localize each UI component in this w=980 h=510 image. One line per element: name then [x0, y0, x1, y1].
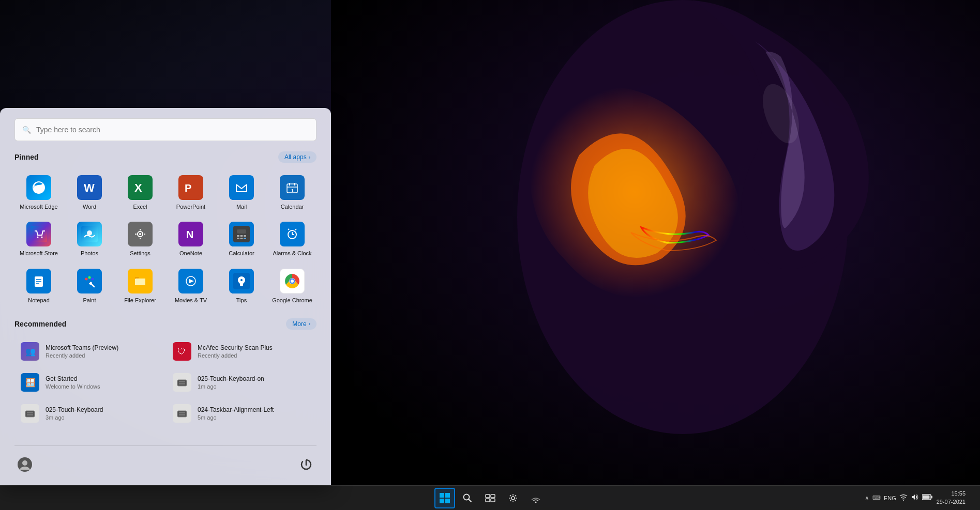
app-item-movies[interactable]: Movies & TV	[167, 264, 215, 308]
app-item-ppt[interactable]: P PowerPoint	[167, 170, 215, 214]
svg-point-17	[37, 237, 39, 238]
app-item-mail[interactable]: Mail	[217, 170, 266, 214]
all-apps-label: All apps	[284, 153, 307, 161]
app-item-explorer[interactable]: File Explorer	[116, 264, 164, 308]
touchkbon-rec-icon	[173, 373, 191, 392]
app-item-chrome[interactable]: Google Chrome	[268, 264, 316, 308]
movies-icon	[178, 269, 203, 293]
svg-text:🛡: 🛡	[177, 347, 186, 356]
paint-icon	[77, 269, 102, 293]
svg-rect-80	[445, 493, 450, 498]
battery-icon	[922, 494, 932, 502]
more-label: More	[292, 320, 306, 328]
taskbar-search-button[interactable]	[457, 488, 478, 508]
app-item-excel[interactable]: X Excel	[116, 170, 164, 214]
app-label-alarms: Alarms & Clock	[273, 250, 311, 257]
recommended-section: Recommended More › 👥 Microsoft Teams (Pr…	[14, 318, 316, 440]
all-apps-button[interactable]: All apps ›	[278, 151, 316, 163]
rec-item-mcafee[interactable]: 🛡 McAfee Security Scan Plus Recently add…	[167, 337, 316, 366]
app-item-store[interactable]: Microsoft Store	[14, 217, 63, 261]
taskbar-network-button[interactable]	[525, 488, 546, 508]
app-item-tips[interactable]: Tips	[217, 264, 266, 308]
calculator-icon	[229, 222, 254, 246]
svg-rect-10	[284, 179, 300, 196]
rec-item-taskbar-align[interactable]: 024-Taskbar-Alignment-Left 5m ago	[167, 399, 316, 428]
recommended-header: Recommended More ›	[14, 318, 316, 330]
start-menu: 🔍 Pinned All apps › Microsoft Edge W Wor…	[0, 108, 331, 485]
svg-point-50	[88, 276, 91, 279]
app-label-store: Microsoft Store	[20, 250, 58, 257]
app-label-edge: Microsoft Edge	[20, 203, 57, 210]
app-item-alarms[interactable]: Alarms & Clock	[268, 217, 316, 261]
svg-rect-88	[491, 499, 495, 502]
app-label-tips: Tips	[236, 297, 247, 304]
rec-item-getstarted[interactable]: 🪟 Get Started Welcome to Windows	[14, 368, 164, 397]
svg-rect-101	[931, 496, 932, 499]
notification-area[interactable]	[970, 496, 974, 500]
app-item-onenote[interactable]: N OneNote	[167, 217, 215, 261]
rec-text-teams: Microsoft Teams (Preview) Recently added	[46, 344, 118, 359]
rec-item-touch-kb-on[interactable]: 025-Touch-Keyboard-on 1m ago	[167, 368, 316, 397]
svg-point-49	[85, 277, 88, 280]
svg-line-84	[469, 499, 471, 502]
svg-point-76	[22, 460, 27, 466]
rec-item-touch-kb[interactable]: 025-Touch-Keyboard 3m ago	[14, 399, 164, 428]
svg-text:1: 1	[291, 188, 294, 193]
language-label: ENG	[884, 495, 896, 501]
svg-rect-33	[244, 235, 246, 237]
start-button[interactable]	[434, 488, 455, 508]
svg-point-22	[139, 233, 141, 235]
getstarted-rec-icon: 🪟	[21, 373, 39, 392]
more-button[interactable]: More ›	[286, 318, 316, 330]
app-item-notepad[interactable]: Notepad	[14, 264, 63, 308]
app-label-ppt: PowerPoint	[176, 203, 205, 210]
svg-rect-16	[31, 226, 47, 242]
wifi-icon	[899, 493, 908, 502]
app-item-paint[interactable]: Paint	[65, 264, 114, 308]
search-input[interactable]	[36, 126, 309, 134]
clock-area[interactable]: 15:55 29-07-2021	[937, 490, 966, 506]
volume-icon[interactable]	[911, 493, 919, 502]
svg-rect-87	[486, 499, 490, 502]
chrome-icon	[280, 269, 305, 293]
notepad-icon	[26, 269, 51, 293]
taskbar-settings-button[interactable]	[503, 488, 523, 508]
svg-rect-34	[237, 238, 239, 239]
mail-icon	[229, 175, 254, 200]
app-label-onenote: OneNote	[179, 250, 202, 257]
search-box[interactable]: 🔍	[14, 118, 316, 141]
app-item-calendar[interactable]: 1 Calendar	[268, 170, 316, 214]
svg-rect-35	[240, 238, 243, 239]
alarms-icon	[280, 222, 305, 246]
onenote-icon: N	[178, 222, 203, 246]
tips-icon	[229, 269, 254, 293]
recommended-label: Recommended	[14, 320, 66, 328]
store-icon	[26, 222, 51, 246]
pinned-apps-grid: Microsoft Edge W Word X Excel P PowerPoi…	[14, 170, 316, 308]
app-item-calculator[interactable]: Calculator	[217, 217, 266, 261]
svg-point-59	[240, 279, 243, 281]
svg-rect-48	[81, 273, 98, 289]
show-hidden-icon[interactable]: ∧	[865, 494, 869, 502]
taskbar-center	[434, 488, 546, 508]
user-button[interactable]	[14, 454, 35, 475]
rec-text-taskbaralign: 024-Taskbar-Alignment-Left 5m ago	[198, 406, 274, 421]
svg-line-42	[295, 229, 296, 230]
app-item-settings[interactable]: Settings	[116, 217, 164, 261]
svg-rect-72	[177, 411, 187, 417]
svg-point-62	[291, 280, 294, 283]
rec-item-teams[interactable]: 👥 Microsoft Teams (Preview) Recently add…	[14, 337, 164, 366]
app-item-word[interactable]: W Word	[65, 170, 114, 214]
rec-text-touchkb: 025-Touch-Keyboard 3m ago	[46, 406, 103, 421]
all-apps-chevron: ›	[309, 154, 310, 160]
svg-point-98	[535, 501, 536, 503]
app-item-edge[interactable]: Microsoft Edge	[14, 170, 63, 214]
svg-line-94	[510, 495, 511, 496]
taskbar: ∧ ⌨ ENG	[0, 485, 980, 510]
more-chevron: ›	[309, 321, 310, 327]
svg-line-96	[515, 495, 516, 496]
task-view-button[interactable]	[480, 488, 501, 508]
app-item-photos[interactable]: Photos	[65, 217, 114, 261]
svg-text:🪟: 🪟	[25, 378, 36, 388]
power-button[interactable]	[296, 454, 316, 475]
